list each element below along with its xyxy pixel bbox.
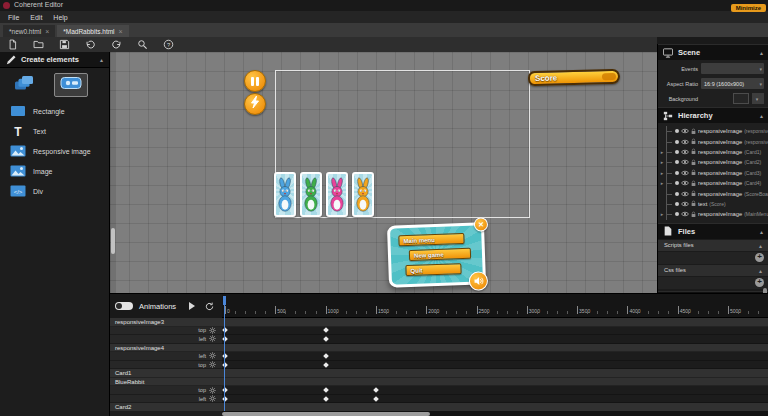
collapse-icon[interactable]: ▴: [760, 49, 763, 56]
visibility-eye-icon[interactable]: [681, 159, 689, 165]
track-lane[interactable]: [222, 327, 768, 336]
main-menu-popup-element[interactable]: Main menuNew gameQuit ×: [387, 222, 486, 287]
track-lane[interactable]: [222, 352, 768, 361]
hierarchy-item-0[interactable]: responsiveImage(responsiveImage3): [658, 126, 768, 136]
keyframe-diamond[interactable]: [373, 396, 379, 402]
minimize-button[interactable]: Minimize: [731, 4, 766, 12]
popup-button-main-menu[interactable]: Main menu: [398, 233, 464, 246]
visibility-eye-icon[interactable]: [681, 180, 689, 186]
lock-icon[interactable]: [691, 190, 696, 197]
hierarchy-item-1[interactable]: responsiveImage(responsiveImage4): [658, 136, 768, 146]
files-panel-header[interactable]: Files ▴: [658, 223, 768, 239]
hierarchy-item-6[interactable]: responsiveImage(ScoreBoard): [658, 188, 768, 198]
tab-shapes[interactable]: [8, 73, 42, 97]
collapse-icon[interactable]: ▴: [100, 56, 103, 63]
popup-close-icon[interactable]: ×: [474, 217, 488, 231]
create-elements-header[interactable]: Create elements ▴: [0, 52, 109, 68]
files-section-scripts-files[interactable]: Scripts files▴: [658, 240, 768, 251]
create-item-text[interactable]: TText: [0, 121, 109, 141]
gear-icon[interactable]: [209, 387, 216, 394]
add-file-button[interactable]: +: [755, 278, 764, 287]
menu-file[interactable]: File: [8, 14, 19, 21]
hierarchy-item-3[interactable]: ▸responsiveImage(Card2): [658, 157, 768, 167]
events-dropdown[interactable]: ▾: [701, 63, 764, 74]
create-item-responsive-image[interactable]: Responsive image: [0, 141, 109, 161]
play-icon[interactable]: [189, 302, 195, 310]
card-element-2[interactable]: [300, 172, 322, 217]
redo-button[interactable]: [110, 39, 122, 51]
hierarchy-panel-header[interactable]: Hierarchy ▴: [658, 107, 768, 123]
track-prop-cell[interactable]: left: [110, 352, 222, 361]
popup-button-new-game[interactable]: New game: [409, 248, 471, 261]
create-item-div[interactable]: </>Div: [0, 181, 109, 201]
close-icon[interactable]: ×: [45, 28, 49, 35]
menu-edit[interactable]: Edit: [30, 14, 42, 21]
undo-button[interactable]: [84, 39, 96, 51]
track-group-Card1[interactable]: Card1: [110, 369, 768, 378]
track-lane[interactable]: [222, 386, 768, 395]
gear-icon[interactable]: [209, 327, 216, 334]
popup-button-quit[interactable]: Quit: [405, 263, 461, 276]
keyframe-diamond[interactable]: [323, 327, 329, 333]
track-prop-cell[interactable]: left: [110, 395, 222, 404]
timeline-ruler[interactable]: 0500100015002000250030003500400045005000: [222, 294, 768, 318]
gear-icon[interactable]: [209, 361, 216, 368]
lock-icon[interactable]: [691, 128, 696, 135]
visibility-eye-icon[interactable]: [681, 211, 689, 217]
scene-panel-header[interactable]: Scene ▴: [658, 44, 768, 60]
scrollbar-handle[interactable]: [111, 228, 115, 254]
track-prop-cell[interactable]: left: [110, 335, 222, 344]
design-canvas[interactable]: Score Main menuNew gameQuit ×: [110, 52, 657, 293]
lock-icon[interactable]: [691, 148, 696, 155]
search-button[interactable]: [136, 39, 148, 51]
hierarchy-item-2[interactable]: ▸responsiveImage(Card1): [658, 147, 768, 157]
track-lane[interactable]: [222, 335, 768, 344]
pause-button-element[interactable]: [244, 70, 266, 92]
scrollbar-handle[interactable]: [222, 412, 430, 416]
create-item-rectangle[interactable]: Rectangle: [0, 101, 109, 121]
timeline-horizontal-scrollbar[interactable]: [222, 411, 768, 416]
gear-icon[interactable]: [209, 395, 216, 402]
lock-icon[interactable]: [691, 169, 696, 176]
files-section-css-files[interactable]: Css files▴: [658, 265, 768, 276]
lock-icon[interactable]: [691, 211, 696, 218]
add-file-button[interactable]: +: [755, 253, 764, 262]
track-prop-cell[interactable]: top: [110, 361, 222, 370]
keyframe-diamond[interactable]: [323, 353, 329, 359]
gear-icon[interactable]: [209, 352, 216, 359]
aspect-ratio-dropdown[interactable]: 16:9 (1600x900) ▾: [701, 78, 764, 89]
collapse-icon[interactable]: ▴: [759, 242, 762, 249]
visibility-eye-icon[interactable]: [681, 191, 689, 197]
loop-icon[interactable]: [205, 302, 214, 311]
keyframe-diamond[interactable]: [323, 336, 329, 342]
visibility-eye-icon[interactable]: [681, 149, 689, 155]
keyframe-diamond[interactable]: [323, 387, 329, 393]
canvas-vertical-scrollbar[interactable]: [110, 52, 116, 293]
card-element-3[interactable]: [326, 172, 348, 217]
visibility-eye-icon[interactable]: [681, 128, 689, 134]
track-group-responsiveImage4[interactable]: responsiveImage4: [110, 344, 768, 353]
track-group-responsiveImage3[interactable]: responsiveImage3: [110, 318, 768, 327]
track-lane[interactable]: [222, 395, 768, 404]
collapse-icon[interactable]: ▴: [760, 112, 763, 119]
keyframe-diamond[interactable]: [323, 362, 329, 368]
expand-icon[interactable]: ▸: [660, 170, 664, 176]
visibility-eye-icon[interactable]: [681, 201, 689, 207]
collapse-icon[interactable]: ▴: [760, 228, 763, 235]
open-folder-button[interactable]: [32, 39, 44, 51]
visibility-eye-icon[interactable]: [681, 170, 689, 176]
tab-widgets[interactable]: [54, 73, 88, 97]
background-color-swatch[interactable]: [733, 93, 749, 104]
new-file-button[interactable]: [6, 39, 18, 51]
expand-icon[interactable]: ▸: [660, 149, 664, 155]
track-prop-cell[interactable]: top: [110, 386, 222, 395]
document-tab-1[interactable]: *MadRabbits.html×: [57, 25, 128, 37]
document-tab-0[interactable]: *new0.html×: [3, 25, 55, 37]
hierarchy-item-7[interactable]: text(Score): [658, 199, 768, 209]
collapse-icon[interactable]: ▴: [759, 267, 762, 274]
save-button[interactable]: [58, 39, 70, 51]
hierarchy-item-4[interactable]: ▸responsiveImage(Card3): [658, 168, 768, 178]
popup-sound-button[interactable]: [469, 271, 489, 291]
score-board-element[interactable]: Score: [528, 69, 620, 86]
track-prop-cell[interactable]: top: [110, 327, 222, 336]
